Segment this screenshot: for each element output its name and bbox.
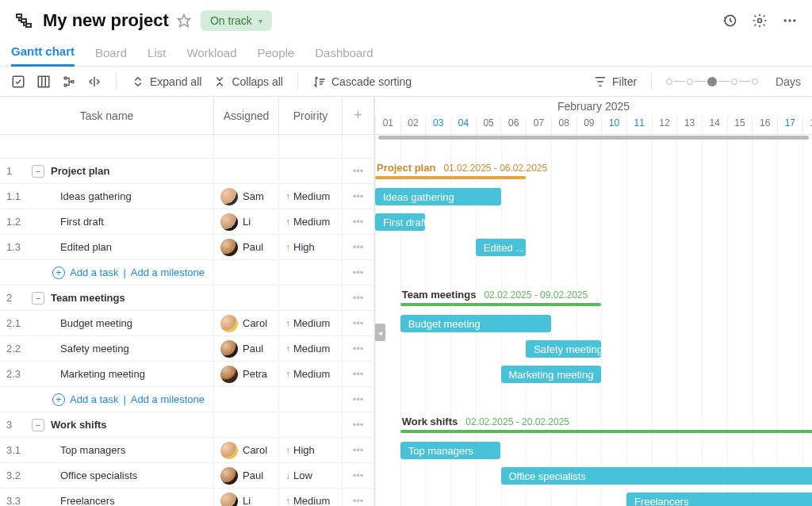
task-row[interactable]: 2.3 Marketing meeting <box>0 362 214 386</box>
row-menu-button[interactable]: ••• <box>343 260 374 285</box>
summary-bar[interactable] <box>400 430 812 433</box>
group-row[interactable]: 3 − Work shifts <box>0 412 214 437</box>
summary-bar[interactable] <box>375 176 526 179</box>
row-menu-button[interactable]: ••• <box>343 438 374 462</box>
gear-icon[interactable] <box>752 13 768 29</box>
task-row[interactable]: 2.1 Budget meeting <box>0 311 214 335</box>
row-menu-button[interactable]: ••• <box>343 463 374 488</box>
horizontal-scrollbar[interactable] <box>375 135 812 140</box>
add-milestone-link[interactable]: Add a milestone <box>131 266 205 278</box>
summary-bar[interactable] <box>400 303 602 306</box>
add-task-row[interactable]: + Add a task | Add a milestone <box>0 260 214 285</box>
indent-icon[interactable] <box>87 75 102 89</box>
collapse-label: Collaps all <box>232 75 283 88</box>
tab-board[interactable]: Board <box>95 46 127 66</box>
task-bar[interactable]: Safety meeting <box>526 340 601 358</box>
hierarchy-icon[interactable] <box>62 75 76 89</box>
sort-icon <box>312 75 327 89</box>
row-menu-button[interactable]: ••• <box>343 209 374 234</box>
task-row[interactable]: 3.2 Office specialists <box>0 463 214 488</box>
task-row[interactable]: 1.1 Ideas gathering <box>0 184 214 209</box>
summary-name: Work shifts <box>402 416 458 427</box>
priority-cell[interactable]: ↑ Medium <box>279 184 343 209</box>
task-bar[interactable]: Edited ... <box>476 239 526 256</box>
column-headers: Task name Assigned Proirity + <box>0 97 374 135</box>
assignee-cell[interactable]: Carol <box>214 438 279 462</box>
history-icon[interactable] <box>722 13 737 29</box>
assignee-cell[interactable]: Li <box>214 489 279 506</box>
row-menu-button[interactable]: ••• <box>343 489 374 506</box>
assignee-cell[interactable]: Sam <box>214 184 279 209</box>
assignee-cell[interactable]: Paul <box>214 235 279 259</box>
tab-gantt-chart[interactable]: Gantt chart <box>11 44 75 67</box>
gantt-row: Freelancers <box>375 489 812 506</box>
collapse-toggle[interactable]: − <box>32 419 44 431</box>
row-menu-button[interactable]: ••• <box>343 184 374 209</box>
summary-date: 02.02.2025 - 20.02.2025 <box>465 416 569 427</box>
row-menu-button[interactable]: ••• <box>343 159 374 183</box>
priority-cell[interactable]: ↓ Low <box>279 463 343 488</box>
assignee-cell[interactable]: Li <box>214 209 279 234</box>
summary-row: Team meetings 02.02.2025 - 09.02.2025 <box>375 286 812 311</box>
task-row[interactable]: 3.3 Freelancers <box>0 489 214 506</box>
checklist-icon[interactable] <box>11 75 25 89</box>
columns-icon[interactable] <box>36 75 51 89</box>
svg-marker-3 <box>178 15 190 27</box>
priority-cell[interactable]: ↑ Medium <box>279 489 343 506</box>
star-icon[interactable] <box>177 13 191 28</box>
svg-rect-1 <box>21 19 26 22</box>
task-name: Edited plan <box>36 241 112 253</box>
task-row[interactable]: 1.2 First draft <box>0 209 214 234</box>
task-bar[interactable]: First draft <box>375 213 425 231</box>
assignee-cell[interactable]: Paul <box>214 336 279 361</box>
task-row[interactable]: 2.2 Safety meeting <box>0 336 214 361</box>
task-bar[interactable]: Ideas gathering <box>375 188 501 205</box>
add-milestone-link[interactable]: Add a milestone <box>131 393 205 405</box>
priority-cell[interactable]: ↑ Medium <box>279 336 343 361</box>
task-row[interactable]: 1.3 Edited plan <box>0 235 214 259</box>
row-menu-button[interactable]: ••• <box>343 412 374 437</box>
task-row[interactable]: 3.1 Top managers <box>0 438 214 462</box>
tab-people[interactable]: People <box>257 46 294 66</box>
day-cell: 15 <box>727 116 753 135</box>
row-menu-button[interactable]: ••• <box>343 336 374 361</box>
add-task-link[interactable]: Add a task <box>70 393 118 405</box>
row-menu-button[interactable]: ••• <box>343 235 374 259</box>
cascade-sort-button[interactable]: Cascade sorting <box>312 75 412 89</box>
task-bar[interactable]: Budget meeting <box>400 315 551 332</box>
tab-dashboard[interactable]: Dashboard <box>315 46 373 66</box>
more-icon[interactable] <box>782 13 798 29</box>
priority-cell[interactable]: ↑ High <box>279 235 343 259</box>
assignee-cell[interactable]: Petra <box>214 362 279 386</box>
tab-list[interactable]: List <box>147 46 166 66</box>
status-dropdown[interactable]: On track ▾ <box>201 10 272 31</box>
priority-cell[interactable]: ↑ Medium <box>279 209 343 234</box>
collapse-toggle[interactable]: − <box>32 165 44 178</box>
assignee-cell[interactable]: Carol <box>214 311 279 335</box>
collapse-all-button[interactable]: Collaps all <box>213 75 283 89</box>
row-menu-button[interactable]: ••• <box>343 387 374 412</box>
row-menu-button[interactable]: ••• <box>343 286 374 310</box>
filter-button[interactable]: Filter <box>593 75 637 89</box>
svg-point-11 <box>64 77 67 79</box>
task-bar[interactable]: Marketing meeting <box>501 366 602 383</box>
priority-cell[interactable]: ↑ Medium <box>279 311 343 335</box>
zoom-slider[interactable] <box>666 77 758 86</box>
add-column-button[interactable]: + <box>343 97 374 134</box>
task-bar[interactable]: Office specialists <box>501 467 813 485</box>
add-task-link[interactable]: Add a task <box>70 266 118 278</box>
priority-cell[interactable]: ↑ Medium <box>279 362 343 386</box>
row-menu-button[interactable]: ••• <box>343 311 374 335</box>
assignee-cell[interactable]: Paul <box>214 463 279 488</box>
tab-workload[interactable]: Workload <box>186 46 236 66</box>
group-row[interactable]: 2 − Team meetings <box>0 286 214 310</box>
expand-all-button[interactable]: Expand all <box>131 75 201 89</box>
collapse-toggle[interactable]: − <box>32 292 44 305</box>
row-menu-button[interactable]: ••• <box>343 362 374 386</box>
priority-cell[interactable]: ↑ High <box>279 438 343 462</box>
add-task-row[interactable]: + Add a task | Add a milestone <box>0 387 214 412</box>
task-bar[interactable]: Top managers <box>400 442 501 459</box>
panel-collapse-handle[interactable]: ◂ <box>375 324 385 341</box>
task-bar[interactable]: Freelancers <box>626 493 812 506</box>
group-row[interactable]: 1 − Project plan <box>0 159 214 183</box>
